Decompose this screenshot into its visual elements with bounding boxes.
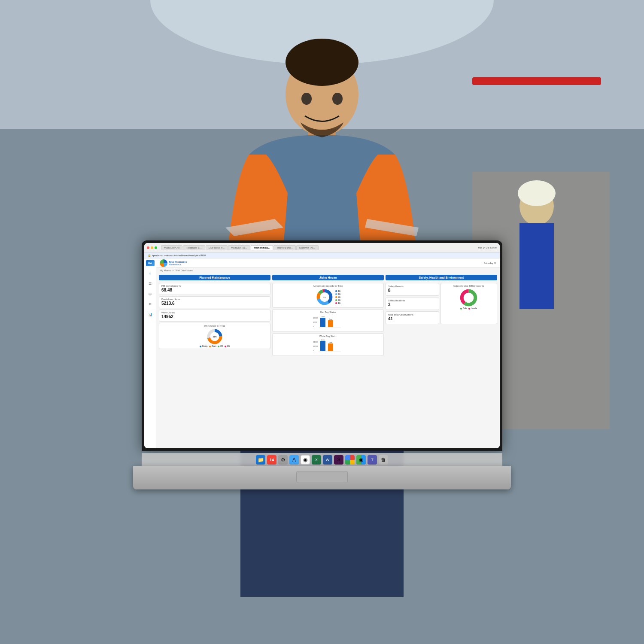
work-order-type-label: Work Order by Type bbox=[204, 325, 225, 327]
laptop-trackpad[interactable] bbox=[296, 471, 348, 483]
sidebar-icon-home[interactable]: ⌂ bbox=[147, 270, 154, 276]
taskbar-word[interactable]: W bbox=[323, 455, 332, 465]
legend-dot-unsafe bbox=[468, 308, 470, 310]
columns-wrapper: Planned Maintenance PM Compliance % 68.4… bbox=[159, 275, 497, 447]
legend-dot-comp bbox=[200, 346, 201, 347]
tab-6[interactable]: MainMtz (N)... bbox=[273, 245, 296, 250]
taskbar-wastebasket[interactable]: 🗑 bbox=[379, 455, 388, 465]
taskbar-activity[interactable]: ◉ bbox=[301, 455, 310, 465]
col-planned-maintenance: Planned Maintenance PM Compliance % 68.4… bbox=[159, 275, 270, 447]
svg-rect-19 bbox=[519, 223, 554, 309]
svg-point-7 bbox=[286, 39, 358, 86]
tab-3[interactable]: Live Issue #... bbox=[206, 245, 228, 250]
legend-label-d: 5% bbox=[338, 299, 341, 301]
svg-text:Comp.: Comp. bbox=[321, 316, 325, 318]
svg-point-18 bbox=[518, 180, 556, 206]
safety-incidents-card: Safety Incidents 3 bbox=[386, 297, 439, 310]
svg-point-16 bbox=[332, 93, 343, 105]
red-tag-bar-svg: 0 5000 10000 Comp. Open bbox=[274, 314, 382, 329]
col-jishu-hozen: Jishu Hozen Abnormality records by Type bbox=[272, 275, 384, 447]
svg-text:5%: 5% bbox=[323, 296, 326, 298]
laptop: Main-ERP-All Fieldmate-Li... Live Issue … bbox=[133, 240, 511, 489]
abnormality-chart: Abnormality records by Type bbox=[272, 283, 384, 308]
screen-content: Main-ERP-All Fieldmate-Li... Live Issue … bbox=[144, 243, 500, 448]
header-user[interactable]: Sripathy ▼ bbox=[483, 262, 496, 264]
logo-circle bbox=[160, 259, 167, 267]
url-bar[interactable]: 🔒 tpmdemo.mainmtz.in/dashboard/analytics… bbox=[144, 252, 500, 258]
legend-open: Open bbox=[209, 345, 216, 347]
legend-type-b: 0% bbox=[335, 293, 341, 295]
sidebar-icon-menu[interactable]: ☰ bbox=[147, 280, 154, 287]
tab-4[interactable]: MainMtz (N)... bbox=[228, 245, 250, 250]
legend-label-a: 4% bbox=[338, 290, 341, 292]
breakdown-hours-label: Breakdown Hours bbox=[161, 298, 268, 301]
sidebar-icon-analytics[interactable]: 📊 bbox=[147, 311, 154, 318]
red-tag-chart: Red Tag Status 0 5000 10000 Comp. bbox=[272, 309, 384, 332]
taskbar-settings[interactable]: ⚙ bbox=[278, 455, 288, 465]
safety-permits-card: Safety Permits 8 bbox=[386, 283, 439, 296]
legend-comp: Comp. bbox=[200, 345, 208, 347]
tab-2[interactable]: Fieldmate-Li... bbox=[183, 245, 205, 250]
work-orders-label: Work Orders bbox=[161, 311, 268, 314]
legend-dot-d bbox=[335, 299, 337, 301]
taskbar-safari[interactable]: ◉ bbox=[356, 455, 366, 465]
safety-permits-value: 8 bbox=[388, 288, 437, 293]
legend-unsafe: Unsafe bbox=[468, 307, 477, 310]
browser-close[interactable] bbox=[147, 246, 149, 249]
taskbar-calendar[interactable]: 14 bbox=[267, 455, 276, 465]
browser-minimize[interactable] bbox=[151, 246, 153, 249]
legend-dot-b bbox=[335, 293, 337, 295]
url-text: tpmdemo.mainmtz.in/dashboard/analytics/T… bbox=[152, 254, 206, 257]
safety-permits-label: Safety Permits bbox=[388, 285, 437, 288]
legend-type-d: 5% bbox=[335, 299, 341, 301]
app-logo: MW bbox=[146, 260, 155, 266]
svg-point-15 bbox=[301, 93, 312, 105]
browser-maximize[interactable] bbox=[155, 246, 157, 249]
sidebar-icon-chart[interactable]: ◎ bbox=[147, 290, 154, 297]
tab-1[interactable]: Main-ERP-All bbox=[161, 245, 182, 250]
svg-rect-40 bbox=[328, 320, 333, 327]
legend-1pct: 1% bbox=[225, 345, 230, 347]
pm-compliance-label: PM Compliance % bbox=[161, 285, 268, 287]
abnorm-legend: 4% 0% 1% bbox=[335, 290, 341, 304]
breadcrumb: My Maintz > TPM Dashboard bbox=[156, 268, 500, 273]
legend-safe: Safe bbox=[460, 307, 467, 310]
legend-dot-1pct bbox=[225, 346, 226, 347]
legend-label-unsafe: Unsafe bbox=[471, 307, 477, 310]
svg-text:Comp.: Comp. bbox=[321, 339, 325, 341]
taskbar-chrome[interactable] bbox=[345, 455, 355, 465]
taskbar-slack[interactable]: S bbox=[334, 455, 343, 465]
sidebar-icon-settings[interactable]: ⚙ bbox=[147, 301, 154, 307]
tab-5[interactable]: MainMtz (N)... bbox=[251, 245, 273, 250]
svg-text:Open: Open bbox=[329, 342, 333, 343]
work-order-legend: Comp. Open 0% bbox=[200, 345, 230, 347]
taskbar-appstore[interactable]: A bbox=[289, 455, 299, 465]
app-header: Total Productive Maintenance Sripathy ▼ bbox=[156, 258, 500, 268]
legend-dot-open bbox=[209, 346, 211, 347]
header-logo: Total Productive Maintenance bbox=[160, 259, 187, 267]
tab-7[interactable]: MainMtz (N)... bbox=[296, 245, 319, 250]
taskbar-teams[interactable]: T bbox=[368, 455, 377, 465]
safety-incidents-label: Safety Incidents bbox=[388, 299, 437, 302]
white-tag-label: White Tag Stat... bbox=[274, 335, 382, 337]
svg-text:10000: 10000 bbox=[313, 317, 318, 319]
col-she: Safety, Health and Environment Safety Pe… bbox=[386, 275, 497, 447]
taskbar-excel[interactable]: X bbox=[312, 455, 321, 465]
legend-label-1pct: 1% bbox=[227, 345, 230, 347]
white-tag-bar-svg: 0 12000 24000 Comp. Open bbox=[274, 338, 382, 353]
browser-tabs: Main-ERP-All Fieldmate-Li... Live Issue … bbox=[161, 245, 477, 250]
taskbar-finder[interactable]: 📁 bbox=[256, 455, 265, 465]
abnormality-label: Abnormality records by Type bbox=[313, 285, 343, 287]
legend-dot-c bbox=[335, 296, 337, 298]
legend-type-other: 3% bbox=[335, 302, 341, 304]
svg-point-54 bbox=[464, 293, 474, 303]
svg-rect-3 bbox=[472, 77, 601, 85]
near-miss-card: Near Miss Observations 41 bbox=[386, 311, 439, 324]
jh-section-header: Jishu Hozen bbox=[272, 275, 384, 280]
bbso-donut-svg bbox=[459, 288, 478, 307]
app-layout: MW ⌂ ☰ ◎ ⚙ 📊 Total bbox=[144, 258, 500, 448]
legend-label-comp: Comp. bbox=[202, 345, 208, 347]
lock-icon: 🔒 bbox=[148, 254, 151, 257]
laptop-base bbox=[133, 466, 511, 489]
pm-section-header: Planned Maintenance bbox=[159, 275, 270, 280]
